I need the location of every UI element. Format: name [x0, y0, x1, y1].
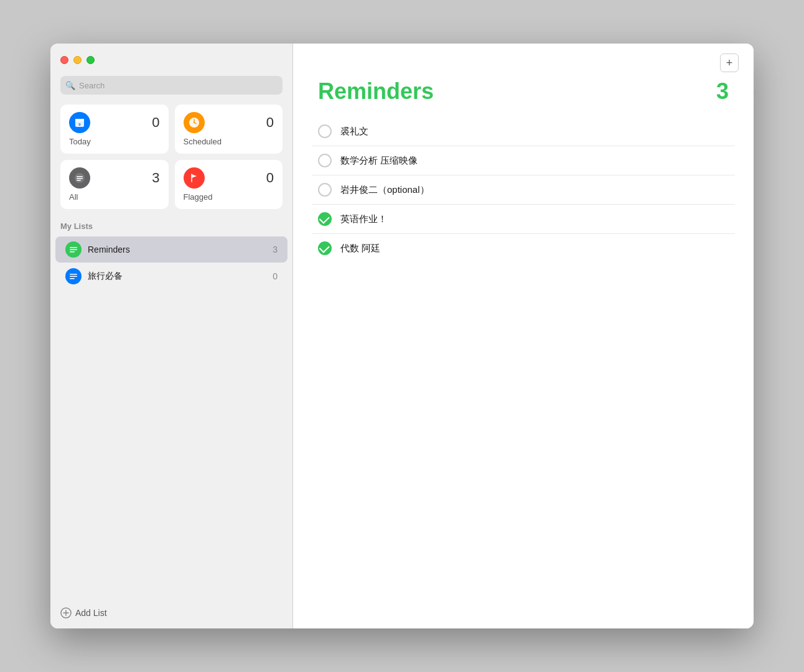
search-icon: 🔍 [65, 81, 75, 90]
scheduled-count: 0 [266, 114, 274, 131]
flagged-count: 0 [266, 170, 274, 186]
reminders-list-name: Reminders [88, 245, 266, 254]
svg-rect-11 [70, 247, 77, 248]
add-icon: + [726, 57, 733, 70]
my-lists-label: My Lists [60, 222, 283, 231]
add-list-label: Add List [75, 608, 107, 618]
reminders-list: 裘礼文 数学分析 压缩映像 岩井俊二（optional） 英语作业！ 代数 阿廷 [293, 117, 754, 628]
reminder-checkbox-5[interactable] [318, 241, 332, 255]
smart-lists: 9 0 Today [60, 105, 283, 209]
today-count: 0 [152, 114, 159, 131]
smart-list-scheduled[interactable]: 0 Scheduled [175, 105, 283, 154]
reminder-text-2: 数学分析 压缩映像 [340, 155, 418, 167]
main-header: + [293, 44, 754, 72]
travel-list-name: 旅行必备 [88, 271, 266, 282]
flagged-label: Flagged [184, 192, 274, 202]
reminder-item-5[interactable]: 代数 阿廷 [312, 234, 735, 263]
reminder-checkbox-4[interactable] [318, 212, 332, 226]
reminder-checkbox-1[interactable] [318, 124, 332, 138]
reminder-text-1: 裘礼文 [340, 126, 368, 138]
svg-rect-1 [75, 119, 84, 121]
list-title: Reminders [318, 78, 434, 105]
close-button[interactable] [60, 56, 68, 64]
svg-rect-12 [70, 250, 77, 251]
travel-list-count: 0 [273, 271, 278, 281]
minimize-button[interactable] [73, 56, 82, 64]
svg-rect-13 [70, 251, 75, 253]
reminder-item-4[interactable]: 英语作业！ [312, 205, 735, 234]
smart-list-today[interactable]: 9 0 Today [60, 105, 169, 154]
list-item-travel[interactable]: 旅行必备 0 [55, 263, 287, 289]
search-bar: 🔍 [60, 76, 283, 95]
travel-list-icon [65, 268, 82, 284]
titlebar [50, 44, 292, 76]
all-count: 3 [152, 170, 159, 186]
add-reminder-button[interactable]: + [720, 54, 739, 72]
list-title-row: Reminders 3 [293, 72, 754, 117]
all-icon [69, 167, 90, 189]
svg-rect-16 [70, 278, 75, 279]
reminder-item-3[interactable]: 岩井俊二（optional） [312, 175, 735, 205]
reminders-list-icon [65, 241, 82, 258]
reminder-text-3: 岩井俊二（optional） [340, 184, 429, 196]
list-total-count: 3 [716, 78, 729, 105]
reminder-checkbox-2[interactable] [318, 154, 332, 167]
smart-list-all[interactable]: 3 All [60, 160, 169, 209]
reminder-item-2[interactable]: 数学分析 压缩映像 [312, 146, 735, 175]
scheduled-icon [184, 112, 205, 133]
svg-rect-10 [77, 180, 81, 181]
reminder-text-5: 代数 阿廷 [340, 243, 380, 254]
svg-rect-14 [70, 274, 77, 275]
reminder-checkbox-3[interactable] [318, 183, 332, 197]
add-list-footer[interactable]: Add List [50, 597, 292, 628]
svg-point-6 [194, 122, 195, 123]
scheduled-label: Scheduled [184, 137, 274, 146]
reminders-list-count: 3 [273, 245, 278, 254]
sidebar: 🔍 9 0 Today [50, 44, 293, 628]
reminder-item-1[interactable]: 裘礼文 [312, 117, 735, 146]
fullscreen-button[interactable] [86, 56, 95, 64]
reminder-text-4: 英语作业！ [340, 213, 387, 225]
lists-container: Reminders 3 旅行必备 0 [50, 236, 292, 290]
svg-rect-8 [77, 176, 83, 177]
add-list-icon [60, 607, 72, 618]
all-label: All [69, 192, 160, 202]
flagged-icon [184, 167, 205, 189]
svg-rect-9 [77, 178, 83, 179]
svg-rect-15 [70, 276, 77, 278]
list-item-reminders[interactable]: Reminders 3 [55, 236, 287, 263]
smart-list-flagged[interactable]: 0 Flagged [175, 160, 283, 209]
today-icon: 9 [69, 112, 90, 133]
main-content: + Reminders 3 裘礼文 数学分析 压缩映像 岩井俊二（optiona… [293, 44, 754, 628]
app-window: 🔍 9 0 Today [50, 44, 754, 628]
today-label: Today [69, 137, 160, 146]
search-input[interactable] [60, 76, 283, 95]
